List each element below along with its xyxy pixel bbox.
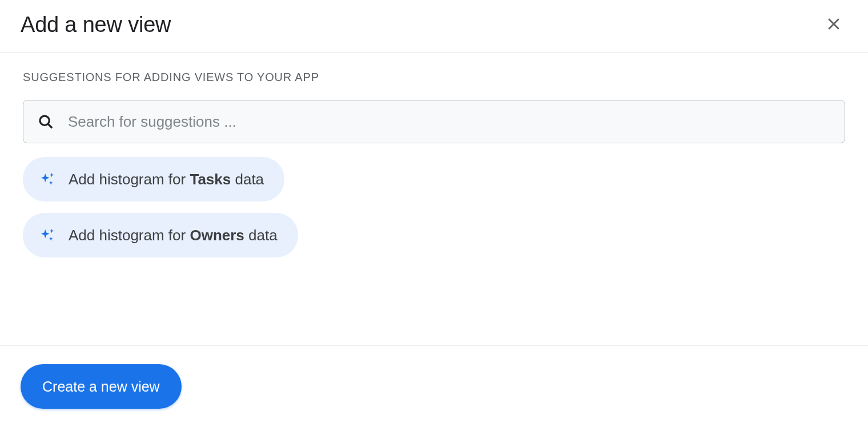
sparkle-icon [39, 227, 56, 244]
create-new-view-button[interactable]: Create a new view [21, 364, 182, 409]
dialog-header: Add a new view [0, 0, 868, 53]
suggestion-add-histogram-owners[interactable]: Add histogram for Owners data [23, 213, 298, 257]
search-icon [37, 113, 54, 130]
dialog-title: Add a new view [21, 13, 171, 37]
suggestion-label: Add histogram for Owners data [69, 227, 278, 244]
suggestion-label: Add histogram for Tasks data [69, 171, 264, 188]
svg-line-3 [48, 124, 52, 128]
close-button[interactable] [822, 14, 845, 37]
suggestion-add-histogram-tasks[interactable]: Add histogram for Tasks data [23, 157, 284, 202]
close-icon [825, 15, 842, 34]
sparkle-icon [39, 171, 56, 188]
search-wrapper[interactable] [23, 100, 845, 143]
svg-point-2 [40, 116, 49, 125]
dialog-body: Suggestions for adding views to your app… [0, 53, 868, 269]
search-input[interactable] [68, 113, 831, 131]
dialog-footer: Create a new view [0, 345, 868, 427]
suggestions-list: Add histogram for Tasks data Add histogr… [23, 157, 845, 269]
section-heading: Suggestions for adding views to your app [23, 71, 845, 84]
